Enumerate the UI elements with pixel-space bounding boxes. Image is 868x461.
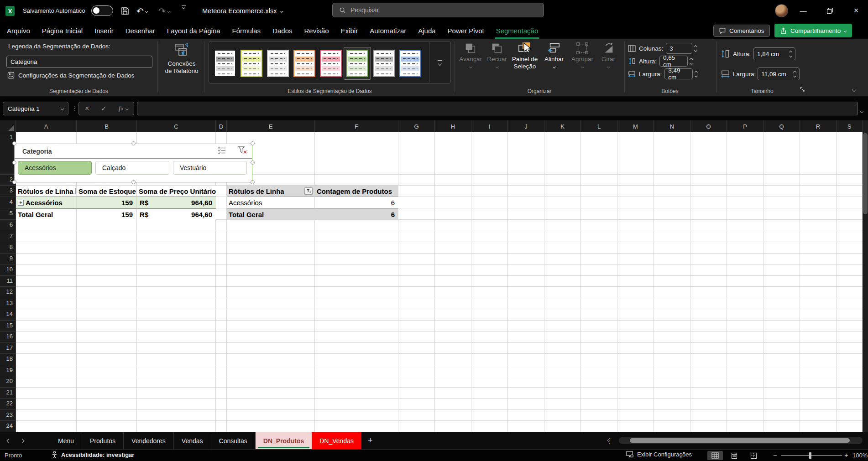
- slicer-style-blue[interactable]: [399, 50, 421, 77]
- close-button[interactable]: ×: [846, 0, 866, 21]
- collapse-ribbon-button[interactable]: [852, 85, 856, 93]
- sheet-tab-vendedores[interactable]: Vendedores: [124, 432, 174, 449]
- row-header-16[interactable]: 16: [0, 332, 16, 343]
- column-header-K[interactable]: K: [544, 120, 581, 132]
- ribbon-tab-exibir[interactable]: Exibir: [335, 22, 364, 39]
- zoom-slider-thumb[interactable]: [809, 452, 811, 459]
- button-height-spinner[interactable]: [690, 58, 692, 64]
- row-header-1[interactable]: 1: [0, 132, 16, 175]
- send-backward-button[interactable]: Recuar: [485, 41, 509, 68]
- column-header-S[interactable]: S: [837, 120, 863, 132]
- row-header-4[interactable]: 4: [0, 197, 16, 208]
- excel-logo-icon[interactable]: X: [5, 6, 15, 16]
- columns-field[interactable]: Colunas: 3: [628, 43, 697, 54]
- multi-select-icon[interactable]: [217, 147, 226, 156]
- ribbon-tab-segmentação[interactable]: Segmentação: [490, 22, 544, 39]
- row-header-21[interactable]: 21: [0, 388, 16, 399]
- sheet-tab-vendas[interactable]: Vendas: [174, 432, 211, 449]
- selection-handle[interactable]: [131, 141, 136, 145]
- row-header-3[interactable]: 3: [0, 186, 16, 197]
- selection-handle[interactable]: [251, 141, 255, 145]
- align-button[interactable]: Alinhar: [542, 41, 566, 68]
- sheet-cells[interactable]: Categoria AcessóriosCalçadoVestuário Rót…: [16, 132, 863, 432]
- prev-sheet-icon[interactable]: [7, 439, 11, 443]
- column-header-B[interactable]: B: [77, 120, 137, 132]
- size-dialog-launcher[interactable]: [800, 86, 805, 94]
- row-header-20[interactable]: 20: [0, 376, 16, 388]
- new-sheet-button[interactable]: +: [361, 432, 379, 449]
- ribbon-tab-automatizar[interactable]: Automatizar: [364, 22, 412, 39]
- selection-handle[interactable]: [251, 180, 255, 184]
- name-box[interactable]: Categoria 1: [3, 102, 68, 115]
- ribbon-tab-arquivo[interactable]: Arquivo: [1, 22, 36, 39]
- vertical-scrollbar[interactable]: [863, 120, 868, 432]
- size-height-field[interactable]: Altura: 1,84 cm: [721, 47, 795, 60]
- button-height-input[interactable]: 0,65 cm: [659, 56, 688, 67]
- row-header-15[interactable]: 15: [0, 321, 16, 332]
- column-header-J[interactable]: J: [508, 120, 544, 132]
- column-header-R[interactable]: R: [800, 120, 837, 132]
- select-all-button[interactable]: [0, 120, 16, 132]
- slicer-style-chartreuse[interactable]: [241, 50, 262, 77]
- row-header-12[interactable]: 12: [0, 287, 16, 298]
- insert-function-button[interactable]: fx: [119, 105, 128, 113]
- pivot1-header-row-labels[interactable]: Rótulos de Linha: [16, 186, 77, 197]
- pivot2-row-acessorios[interactable]: Acessórios: [227, 197, 315, 208]
- bring-forward-button[interactable]: Avançar: [457, 41, 484, 68]
- pivot2-total-count[interactable]: 6: [315, 208, 398, 220]
- row-header-8[interactable]: 8: [0, 242, 16, 254]
- normal-view-button[interactable]: [707, 451, 723, 460]
- row-header-24[interactable]: 24: [0, 421, 16, 432]
- button-width-spinner[interactable]: [695, 71, 697, 77]
- size-height-input[interactable]: 1,84 cm: [753, 47, 795, 60]
- pivot2-header-row-labels[interactable]: Rótulos de Linha: [227, 186, 315, 197]
- sheet-tab-dn_vendas[interactable]: DN_Vendas: [312, 432, 361, 449]
- restore-button[interactable]: [820, 0, 840, 21]
- button-height-field[interactable]: Altura: 0,65 cm: [628, 56, 692, 67]
- pivot1-value-preco[interactable]: R$ 964,60: [137, 197, 216, 208]
- undo-button[interactable]: ↶: [136, 5, 147, 17]
- row-header-11[interactable]: 11: [0, 276, 16, 287]
- page-break-view-button[interactable]: [746, 451, 761, 460]
- cancel-entry-icon[interactable]: ×: [85, 104, 89, 113]
- selection-handle[interactable]: [12, 161, 16, 165]
- sheet-tab-consultas[interactable]: Consultas: [211, 432, 256, 449]
- pivot1-total-label[interactable]: Total Geral: [16, 208, 77, 220]
- formula-input[interactable]: [137, 102, 858, 115]
- slicer-categoria[interactable]: Categoria AcessóriosCalçadoVestuário: [14, 144, 252, 182]
- selection-handle[interactable]: [251, 161, 255, 165]
- horizontal-scrollbar-thumb[interactable]: [630, 438, 850, 443]
- column-header-I[interactable]: I: [471, 120, 508, 132]
- slicer-settings-button[interactable]: Configurações da Segmentação de Dados: [7, 72, 134, 79]
- rotate-button[interactable]: Girar: [597, 41, 620, 68]
- column-header-G[interactable]: G: [398, 120, 435, 132]
- slicer-button-calçado[interactable]: Calçado: [95, 161, 169, 175]
- columns-spinner[interactable]: [695, 46, 697, 52]
- expand-formula-bar-button[interactable]: [861, 106, 863, 114]
- report-connections-button[interactable]: Conexões de Relatório: [161, 41, 203, 75]
- row-header-14[interactable]: 14: [0, 309, 16, 321]
- customize-qat-button[interactable]: [182, 5, 186, 17]
- slicer-button-acessórios[interactable]: Acessórios: [18, 161, 92, 175]
- row-header-10[interactable]: 10: [0, 264, 16, 276]
- column-header-D[interactable]: D: [216, 120, 227, 132]
- size-width-spinner[interactable]: [794, 71, 796, 77]
- ribbon-tab-dados[interactable]: Dados: [267, 22, 298, 39]
- zoom-out-button[interactable]: −: [773, 451, 777, 459]
- pivot1-value-estoque[interactable]: 159: [77, 197, 137, 208]
- slicer-button-vestuário[interactable]: Vestuário: [173, 161, 247, 175]
- ribbon-tab-power-pivot[interactable]: Power Pivot: [442, 22, 490, 39]
- size-height-spinner[interactable]: [790, 51, 792, 57]
- pivot-table-stock[interactable]: Rótulos de Linha Soma de Estoque Soma de…: [16, 186, 216, 220]
- pivot1-total-estoque[interactable]: 159: [77, 208, 137, 220]
- selection-handle[interactable]: [12, 141, 16, 145]
- save-button[interactable]: [120, 5, 130, 17]
- column-header-A[interactable]: A: [16, 120, 77, 132]
- vertical-scrollbar-thumb[interactable]: [863, 133, 868, 214]
- ribbon-tab-fórmulas[interactable]: Fórmulas: [226, 22, 267, 39]
- ribbon-tab-página-inicial[interactable]: Página Inicial: [36, 22, 89, 39]
- size-width-field[interactable]: Largura: 11,09 cm: [721, 67, 800, 80]
- row-header-19[interactable]: 19: [0, 365, 16, 377]
- pivot-table-count[interactable]: Rótulos de Linha Contagem de Produtos Ac…: [227, 186, 398, 220]
- zoom-level[interactable]: 100%: [852, 452, 868, 459]
